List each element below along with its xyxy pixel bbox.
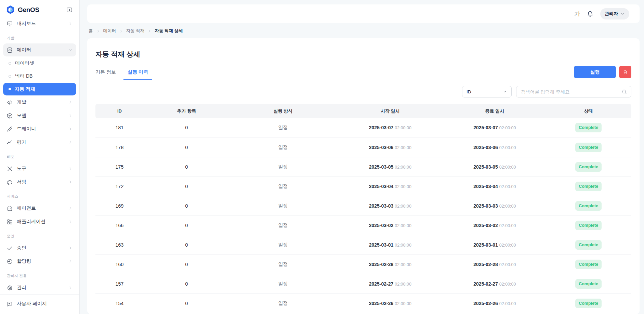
- cell-added-items: 0: [144, 215, 229, 235]
- page-title: 자동 적재 상세: [95, 50, 631, 59]
- table-row[interactable]: 1690일정2025-03-03 02:00:002025-03-03 02:0…: [95, 196, 631, 215]
- sidebar-item-management[interactable]: 관리: [3, 281, 76, 294]
- sidebar: GenOS 대시보드 개발 데이터 데이터셋 벡터 DB 자동 적재: [0, 0, 80, 314]
- table-row[interactable]: 1780일정2025-03-06 02:00:002025-03-06 02:0…: [95, 138, 631, 157]
- sidebar-nav: 대시보드 개발 데이터 데이터셋 벡터 DB 자동 적재 개발 모델: [0, 16, 79, 294]
- cell-added-items: 0: [144, 196, 229, 215]
- table-row[interactable]: 1630일정2025-03-01 02:00:002025-03-01 02:0…: [95, 235, 631, 254]
- bell-icon[interactable]: [587, 10, 594, 17]
- sidebar-item-label: 데이터: [17, 47, 31, 53]
- cell-id: 157: [95, 274, 144, 293]
- cell-end-datetime: 2025-03-04 02:00:00: [444, 176, 546, 196]
- execution-history-table: ID 추가 항목 실행 방식 시작 일시 종료 일시 상태 1810일정2025…: [95, 104, 631, 313]
- status-badge: Complete: [575, 240, 602, 250]
- cell-end-datetime: 2025-02-26 02:00:00: [444, 293, 546, 313]
- section-label-dev: 개발: [3, 30, 76, 43]
- topbar: 가 관리자: [87, 4, 640, 23]
- chevron-right-icon: [147, 29, 152, 33]
- cell-added-items: 0: [144, 157, 229, 176]
- table-row[interactable]: 1750일정2025-03-05 02:00:002025-03-05 02:0…: [95, 157, 631, 176]
- status-badge: Complete: [575, 279, 602, 289]
- sidebar-item-quota[interactable]: 할당량: [3, 255, 76, 268]
- cell-id: 175: [95, 157, 144, 176]
- sidebar-item-develop[interactable]: 개발: [3, 96, 76, 109]
- status-badge: Complete: [575, 299, 602, 308]
- profile-label: 관리자: [605, 11, 618, 17]
- cell-method: 일정: [229, 196, 337, 215]
- search-input[interactable]: [520, 89, 619, 95]
- tab-execution-history[interactable]: 실행 이력: [123, 65, 152, 80]
- status-badge: Complete: [575, 143, 602, 152]
- bullet-icon: [9, 62, 11, 65]
- sidebar-item-application[interactable]: 애플리케이션: [3, 215, 76, 228]
- breadcrumb-home[interactable]: 홈: [89, 28, 93, 34]
- cloud-icon: [6, 179, 13, 185]
- search-icon[interactable]: [621, 89, 627, 95]
- cell-status: Complete: [546, 176, 631, 196]
- sidebar-item-label: 개발: [17, 99, 26, 105]
- table-row[interactable]: 1810일정2025-03-07 02:00:002025-03-07 02:0…: [95, 118, 631, 138]
- cell-start-datetime: 2025-03-07 02:00:00: [337, 118, 444, 138]
- cell-end-datetime: 2025-03-07 02:00:00: [444, 118, 546, 138]
- page-actions: 실행: [574, 66, 631, 78]
- breadcrumb-auto-load[interactable]: 자동 적재: [126, 28, 144, 34]
- table-row[interactable]: 1570일정2025-02-27 02:00:002025-02-27 02:0…: [95, 274, 631, 293]
- sidebar-subitem-dataset[interactable]: 데이터셋: [3, 57, 76, 69]
- sidebar-item-serving[interactable]: 서빙: [3, 175, 76, 188]
- execution-table-body: 1810일정2025-03-07 02:00:002025-03-07 02:0…: [95, 118, 631, 313]
- sidebar-subitem-vector-db[interactable]: 벡터 DB: [3, 70, 76, 82]
- gear-icon: [6, 285, 13, 291]
- sidebar-item-agent[interactable]: 에이전트: [3, 202, 76, 215]
- column-header-end: 종료 일시: [444, 104, 546, 118]
- cell-added-items: 0: [144, 138, 229, 157]
- cell-status: Complete: [546, 215, 631, 235]
- genos-logo[interactable]: GenOS: [6, 5, 39, 14]
- sidebar-subitem-auto-load[interactable]: 자동 적재: [3, 83, 76, 95]
- sidebar-item-user-page[interactable]: 사용자 페이지: [3, 297, 76, 310]
- collapse-sidebar-icon[interactable]: [66, 6, 73, 13]
- chevron-right-icon: [68, 127, 73, 131]
- table-row[interactable]: 1540일정2025-02-26 02:00:002025-02-26 02:0…: [95, 293, 631, 313]
- sidebar-item-label: 애플리케이션: [17, 219, 45, 225]
- tabs: 기본 정보 실행 이력: [87, 65, 640, 80]
- sidebar-item-approval[interactable]: 승인: [3, 241, 76, 254]
- chevron-right-icon: [119, 29, 123, 33]
- filter-row: ID: [95, 86, 631, 97]
- chevron-down-icon: [620, 12, 625, 16]
- cell-start-datetime: 2025-03-01 02:00:00: [337, 235, 444, 254]
- sidebar-item-dashboard[interactable]: 대시보드: [3, 17, 76, 30]
- sidebar-item-trainer[interactable]: 트레이너: [3, 122, 76, 135]
- bullet-icon: [9, 75, 11, 78]
- cell-status: Complete: [546, 254, 631, 274]
- search-field-select[interactable]: ID: [462, 86, 512, 97]
- database-icon: [6, 47, 13, 53]
- cell-id: 166: [95, 215, 144, 235]
- cell-end-datetime: 2025-03-03 02:00:00: [444, 196, 546, 215]
- font-size-button[interactable]: 가: [574, 10, 580, 18]
- table-row[interactable]: 1720일정2025-03-04 02:00:002025-03-04 02:0…: [95, 176, 631, 196]
- sidebar-item-label: 평가: [17, 139, 26, 145]
- sidebar-item-evaluation[interactable]: 평가: [3, 136, 76, 149]
- sidebar-item-data[interactable]: 데이터: [3, 43, 76, 56]
- bullet-icon: [9, 88, 11, 90]
- chevron-right-icon: [68, 219, 73, 224]
- table-row[interactable]: 1660일정2025-03-02 02:00:002025-03-02 02:0…: [95, 215, 631, 235]
- card-header: 자동 적재 상세: [87, 38, 640, 59]
- delete-button[interactable]: [619, 66, 631, 78]
- run-button[interactable]: 실행: [574, 66, 616, 78]
- cell-start-datetime: 2025-03-06 02:00:00: [337, 138, 444, 157]
- sidebar-item-label: 에이전트: [17, 205, 36, 211]
- section-label-deploy: 배포: [3, 149, 76, 162]
- cell-end-datetime: 2025-03-06 02:00:00: [444, 138, 546, 157]
- chevron-down-icon: [502, 89, 507, 94]
- breadcrumb-data[interactable]: 데이터: [103, 28, 116, 34]
- profile-dropdown[interactable]: 관리자: [600, 8, 629, 19]
- tools-icon: [6, 166, 13, 172]
- cell-status: Complete: [546, 157, 631, 176]
- cell-method: 일정: [229, 215, 337, 235]
- column-header-method: 실행 방식: [229, 104, 337, 118]
- sidebar-item-tools[interactable]: 도구: [3, 162, 76, 175]
- tab-basic-info[interactable]: 기본 정보: [91, 65, 120, 80]
- table-row[interactable]: 1600일정2025-02-28 02:00:002025-02-28 02:0…: [95, 254, 631, 274]
- sidebar-item-model[interactable]: 모델: [3, 109, 76, 122]
